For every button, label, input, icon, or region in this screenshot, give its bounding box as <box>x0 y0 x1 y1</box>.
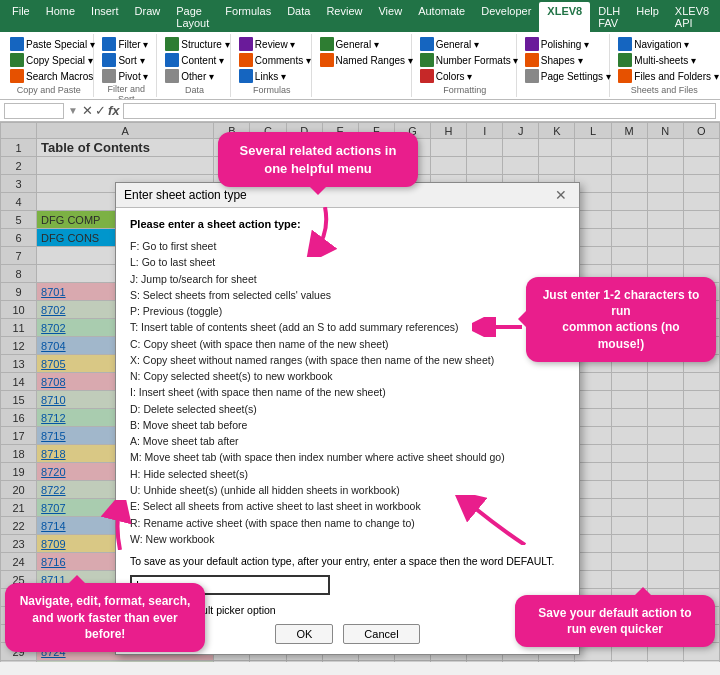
btn-structure[interactable]: Structure ▾ <box>163 36 231 52</box>
ribbon: File Home Insert Draw Page Layout Formul… <box>0 0 720 100</box>
paste-special-label: Paste Special ▾ <box>26 39 95 50</box>
callout-bottom-right: Save your default action torun even quic… <box>515 595 715 647</box>
name-box[interactable] <box>4 103 64 119</box>
pivot-icon <box>102 69 116 83</box>
group-filter-sort-title: Filter and Sort <box>100 84 152 100</box>
btn-general[interactable]: General ▾ <box>318 36 381 52</box>
group-formulas-title: Formulas <box>237 85 307 95</box>
confirm-formula-icon[interactable]: ✓ <box>95 103 106 118</box>
tab-home[interactable]: Home <box>38 2 83 32</box>
group-sheets-files-title: Sheets and Files <box>616 85 712 95</box>
page-settings-icon <box>525 69 539 83</box>
modal-close-button[interactable]: ✕ <box>551 187 571 203</box>
callout-top-arrow <box>305 207 345 259</box>
spreadsheet-container: A B C D E F G H I J K L M N O 1Table of … <box>0 122 720 662</box>
callout-bottom-left-arrow <box>100 500 140 552</box>
page-settings-label: Page Settings ▾ <box>541 71 611 82</box>
btn-other[interactable]: Other ▾ <box>163 68 216 84</box>
btn-content[interactable]: Content ▾ <box>163 52 226 68</box>
other-label: Other ▾ <box>181 71 214 82</box>
btn-sort[interactable]: Sort ▾ <box>100 52 146 68</box>
copy-special-icon <box>10 53 24 67</box>
tab-dlh-fav[interactable]: DLH FAV <box>590 2 628 32</box>
btn-filter[interactable]: Filter ▾ <box>100 36 150 52</box>
tab-formulas[interactable]: Formulas <box>217 2 279 32</box>
btn-review[interactable]: Review ▾ <box>237 36 298 52</box>
tab-help[interactable]: Help <box>628 2 667 32</box>
ribbon-group-formatting: General ▾ Number Formats ▾ Colors ▾ Form… <box>414 34 517 97</box>
btn-multi-sheets[interactable]: Multi-sheets ▾ <box>616 52 698 68</box>
modal-save-note: To save as your default action type, aft… <box>130 555 565 567</box>
review-label: Review ▾ <box>255 39 296 50</box>
formula-input[interactable] <box>123 103 716 119</box>
files-folders-icon <box>618 69 632 83</box>
btn-files-folders[interactable]: Files and Folders ▾ <box>616 68 720 84</box>
btn-paste-special[interactable]: Paste Special ▾ <box>8 36 97 52</box>
group-copy-paste-title: Copy and Paste <box>8 85 89 95</box>
tab-automate[interactable]: Automate <box>410 2 473 32</box>
modal-action-item: A: Move sheet tab after <box>130 433 565 449</box>
number-formats-label: Number Formats ▾ <box>436 55 519 66</box>
callout-right-arrow <box>472 317 522 339</box>
colors-label: Colors ▾ <box>436 71 473 82</box>
sort-icon <box>102 53 116 67</box>
callout-top-center-text: Several related actions in one helpful m… <box>240 143 397 176</box>
tab-data[interactable]: Data <box>279 2 318 32</box>
btn-comments[interactable]: Comments ▾ <box>237 52 313 68</box>
links-icon <box>239 69 253 83</box>
callout-bottom-right-arrow <box>455 495 535 547</box>
btn-navigation[interactable]: Navigation ▾ <box>616 36 691 52</box>
polishing-icon <box>525 37 539 51</box>
tab-file[interactable]: File <box>4 2 38 32</box>
callout-right-text: Just enter 1-2 characters to runcommon a… <box>543 288 700 351</box>
btn-search-macros[interactable]: Search Macros <box>8 68 95 84</box>
tab-review[interactable]: Review <box>318 2 370 32</box>
btn-colors[interactable]: Colors ▾ <box>418 68 475 84</box>
general2-label: General ▾ <box>436 39 479 50</box>
tab-view[interactable]: View <box>370 2 410 32</box>
modal-cancel-button[interactable]: Cancel <box>343 624 419 644</box>
tab-draw[interactable]: Draw <box>127 2 169 32</box>
btn-shapes[interactable]: Shapes ▾ <box>523 52 585 68</box>
formula-expand-icon[interactable]: ▼ <box>68 105 78 116</box>
callout-top-center: Several related actions in one helpful m… <box>218 132 418 187</box>
modal-ok-button[interactable]: OK <box>275 624 333 644</box>
btn-number-formats[interactable]: Number Formats ▾ <box>418 52 521 68</box>
tab-page-layout[interactable]: Page Layout <box>168 2 217 32</box>
tab-xlev8[interactable]: XLEV8 <box>539 2 590 32</box>
tab-xlev8-api[interactable]: XLEV8 API <box>667 2 717 32</box>
structure-icon <box>165 37 179 51</box>
btn-named-ranges[interactable]: Named Ranges ▾ <box>318 52 415 68</box>
search-macros-label: Search Macros <box>26 71 93 82</box>
ribbon-group-copy-paste: Paste Special ▾ Copy Special ▾ Search Ma… <box>4 34 94 97</box>
btn-copy-special[interactable]: Copy Special ▾ <box>8 52 95 68</box>
ribbon-group-polishing: Polishing ▾ Shapes ▾ Page Settings ▾ <box>519 34 610 97</box>
modal-action-item: M: Move sheet tab (with space then index… <box>130 449 565 465</box>
ribbon-group-formulas: Review ▾ Comments ▾ Links ▾ Formulas <box>233 34 312 97</box>
comments-icon <box>239 53 253 67</box>
btn-general2[interactable]: General ▾ <box>418 36 481 52</box>
comments-label: Comments ▾ <box>255 55 311 66</box>
callout-bottom-right-text: Save your default action torun even quic… <box>538 606 691 636</box>
pivot-label: Pivot ▾ <box>118 71 148 82</box>
btn-links[interactable]: Links ▾ <box>237 68 288 84</box>
paste-special-icon <box>10 37 24 51</box>
tab-developer[interactable]: Developer <box>473 2 539 32</box>
formula-bar: ▼ ✕ ✓ fx <box>0 100 720 122</box>
btn-page-settings[interactable]: Page Settings ▾ <box>523 68 613 84</box>
multi-sheets-icon <box>618 53 632 67</box>
ribbon-group-data: Structure ▾ Content ▾ Other ▾ Data <box>159 34 231 97</box>
callout-bottom-left: Navigate, edit, format, search,and work … <box>5 583 205 652</box>
navigation-label: Navigation ▾ <box>634 39 689 50</box>
btn-pivot[interactable]: Pivot ▾ <box>100 68 150 84</box>
general2-icon <box>420 37 434 51</box>
copy-special-label: Copy Special ▾ <box>26 55 93 66</box>
ribbon-tabs: File Home Insert Draw Page Layout Formul… <box>0 0 720 32</box>
insert-function-icon[interactable]: fx <box>108 103 120 118</box>
btn-polishing[interactable]: Polishing ▾ <box>523 36 591 52</box>
formula-icons: ✕ ✓ fx <box>82 103 120 118</box>
content-label: Content ▾ <box>181 55 224 66</box>
named-ranges-icon <box>320 53 334 67</box>
cancel-formula-icon[interactable]: ✕ <box>82 103 93 118</box>
tab-insert[interactable]: Insert <box>83 2 127 32</box>
